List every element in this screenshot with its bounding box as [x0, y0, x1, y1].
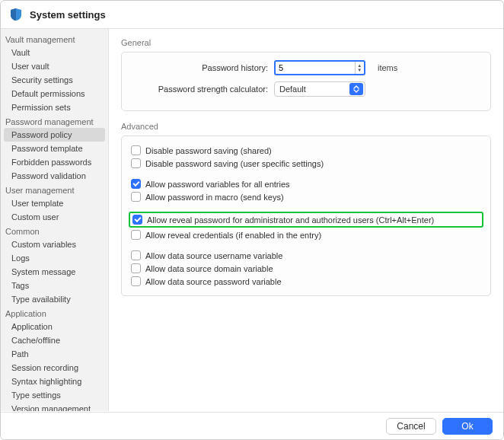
sidebar-item[interactable]: Custom variables: [1, 238, 108, 251]
checkbox[interactable]: [131, 276, 141, 286]
sidebar-item[interactable]: Password validation: [1, 169, 108, 183]
password-history-unit: items: [372, 63, 397, 72]
password-history-input[interactable]: ▲ ▼: [274, 60, 365, 75]
strength-calc-label: Password strength calculator:: [131, 84, 268, 94]
sidebar-group-label: Password management: [1, 114, 108, 128]
stepper-down-icon[interactable]: ▼: [357, 68, 362, 72]
checkbox-row[interactable]: Allow data source domain variable: [131, 262, 481, 275]
sidebar-item[interactable]: Syntax highlighting: [1, 375, 108, 388]
sidebar-item[interactable]: User template: [1, 196, 108, 210]
sidebar-item[interactable]: Type availability: [1, 292, 108, 306]
dialog-footer: Cancel Ok: [1, 412, 503, 439]
sidebar-item[interactable]: User vault: [1, 59, 108, 73]
password-history-label: Password history:: [131, 63, 268, 72]
checkbox[interactable]: [131, 230, 141, 240]
checkbox-row[interactable]: Allow reveal credentials (if enabled in …: [131, 228, 481, 241]
general-section: Password history: ▲ ▼ items Password str…: [121, 52, 491, 111]
content-pane: General Password history: ▲ ▼ items Pass…: [109, 29, 503, 411]
sidebar-item[interactable]: Path: [1, 347, 108, 361]
sidebar-item[interactable]: Cache/offline: [1, 333, 108, 347]
sidebar-item[interactable]: Default permissions: [1, 87, 108, 100]
checkbox-label: Allow data source username variable: [145, 251, 282, 260]
sidebar-item[interactable]: Tags: [1, 279, 108, 292]
sidebar-item[interactable]: Version management: [1, 402, 108, 411]
checkbox-label: Allow reveal credentials (if enabled in …: [145, 231, 321, 240]
checkbox[interactable]: [132, 215, 142, 225]
checkbox-row[interactable]: Disable password saving (shared): [131, 144, 481, 157]
checkbox-label: Disable password saving (user specific s…: [145, 159, 324, 168]
sidebar-item[interactable]: Security settings: [1, 73, 108, 87]
spacer: [131, 241, 481, 249]
checkbox-row[interactable]: Allow password in macro (send keys): [131, 190, 481, 203]
sidebar-item[interactable]: Vault: [1, 46, 108, 59]
sidebar-item[interactable]: Type settings: [1, 388, 108, 402]
sidebar-item[interactable]: Forbidden passwords: [1, 155, 108, 169]
ok-button[interactable]: Ok: [442, 418, 493, 435]
app-icon: [8, 7, 24, 22]
password-history-field[interactable]: [276, 62, 355, 73]
checkbox[interactable]: [131, 179, 141, 189]
checkbox-label: Disable password saving (shared): [145, 146, 272, 155]
window-header: System settings: [1, 1, 503, 29]
section-label-advanced: Advanced: [121, 122, 491, 131]
window-title: System settings: [30, 9, 106, 21]
checkbox-row[interactable]: Allow data source password variable: [131, 275, 481, 288]
sidebar-group-label: Application: [1, 306, 108, 320]
checkbox-label: Allow password in macro (send keys): [145, 193, 284, 202]
spacer: [131, 203, 481, 211]
sidebar-group-label: User management: [1, 183, 108, 196]
checkbox[interactable]: [131, 250, 141, 260]
checkbox-row[interactable]: Allow data source username variable: [131, 249, 481, 262]
checkbox-row[interactable]: Disable password saving (user specific s…: [131, 157, 481, 170]
sidebar-item[interactable]: Application: [1, 320, 108, 333]
sidebar-item[interactable]: System message: [1, 265, 108, 279]
sidebar-item[interactable]: Custom user: [1, 210, 108, 224]
section-label-general: General: [121, 38, 491, 47]
checkbox[interactable]: [131, 263, 141, 273]
strength-calc-select[interactable]: Default: [274, 81, 365, 97]
checkbox[interactable]: [131, 145, 141, 155]
sidebar-group-label: Vault management: [1, 32, 108, 46]
checkbox-label: Allow data source password variable: [145, 277, 282, 286]
cancel-button[interactable]: Cancel: [386, 418, 436, 435]
sidebar-item[interactable]: Logs: [1, 251, 108, 265]
password-history-stepper[interactable]: ▲ ▼: [355, 62, 365, 74]
advanced-section: Disable password saving (shared)Disable …: [121, 136, 491, 296]
sidebar-group-label: Common: [1, 224, 108, 238]
sidebar-item[interactable]: Password policy: [4, 128, 105, 142]
checkbox-label: Allow reveal password for administrator …: [147, 215, 434, 225]
spacer: [131, 170, 481, 177]
checkbox-row[interactable]: Allow reveal password for administrator …: [129, 212, 483, 228]
sidebar-item[interactable]: Permission sets: [1, 100, 108, 114]
checkbox-row[interactable]: Allow password variables for all entries: [131, 177, 481, 190]
checkbox-label: Allow data source domain variable: [145, 264, 273, 273]
chevron-updown-icon: [349, 83, 363, 95]
checkbox[interactable]: [131, 158, 141, 168]
sidebar: Vault managementVaultUser vaultSecurity …: [1, 29, 109, 411]
checkbox[interactable]: [131, 192, 141, 202]
sidebar-item[interactable]: Password template: [1, 142, 108, 155]
strength-calc-value: Default: [275, 84, 349, 94]
checkbox-label: Allow password variables for all entries: [145, 180, 290, 189]
sidebar-item[interactable]: Session recording: [1, 361, 108, 375]
